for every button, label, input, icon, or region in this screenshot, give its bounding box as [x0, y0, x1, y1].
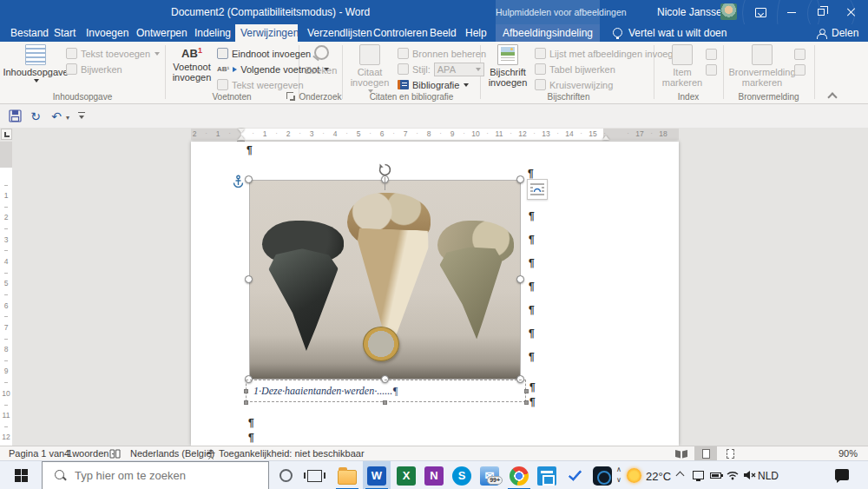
caption-handle-left[interactable] [244, 389, 248, 393]
euro-coin [363, 327, 399, 361]
selection-handle-top-left[interactable] [245, 175, 253, 183]
tab-beeld[interactable]: Beeld [424, 24, 462, 42]
temperature-label[interactable]: 22°C [646, 470, 671, 483]
tab-indeling[interactable]: Indeling [189, 24, 236, 42]
document-page[interactable]: 1·Deze·haaientanden·werden·......¶ ¶¶¶¶¶… [191, 142, 679, 446]
selection-handle-middle-right[interactable] [516, 275, 524, 283]
volume-muted-icon[interactable] [743, 470, 756, 483]
user-avatar[interactable] [720, 3, 737, 20]
layout-options-button[interactable] [527, 179, 548, 200]
table-of-contents-button[interactable]: Inhoudsopgave [9, 44, 62, 83]
insert-endnote-button[interactable]: Eindnoot invoegen [217, 47, 311, 60]
caption-text-box[interactable]: 1·Deze·haaientanden·werden·......¶ [246, 380, 526, 402]
keyboard-language[interactable]: NLD [758, 470, 779, 482]
tell-me-box[interactable]: Vertel wat u wilt doen [623, 24, 732, 42]
accessibility-status[interactable]: Toegankelijkheid: niet beschikbaar [219, 448, 365, 459]
caption-handle-bottom-left[interactable] [244, 400, 248, 405]
pilcrow-mark: ¶ [529, 351, 535, 363]
web-layout-button[interactable] [719, 446, 741, 460]
customize-qat-button[interactable] [78, 112, 85, 120]
restore-button[interactable] [809, 0, 833, 24]
bibliography-button[interactable]: Bibliografie [398, 78, 469, 91]
insert-endnote-icon [217, 48, 228, 59]
caption-handle-right[interactable] [524, 389, 529, 393]
skype-taskbar-button[interactable]: S [448, 461, 476, 489]
cortana-button[interactable] [279, 469, 293, 482]
ruler-tick [4, 316, 8, 317]
chrome-taskbar-button[interactable] [505, 461, 533, 489]
ruler-number: 14 [565, 129, 573, 138]
taskbar-search-box[interactable] [42, 461, 269, 489]
save-button[interactable] [5, 108, 24, 124]
todo-taskbar-button[interactable] [561, 461, 589, 489]
task-view-button[interactable] [300, 461, 328, 489]
taskbar-scroll-up[interactable]: ∧ [616, 466, 621, 473]
tab-invoegen[interactable]: Invoegen [81, 24, 134, 42]
battery-icon[interactable] [710, 472, 721, 479]
minimize-button[interactable] [779, 0, 804, 24]
meet-now-icon[interactable] [693, 471, 704, 479]
tab-afbeeldingsindeling[interactable]: Afbeeldingsindeling [496, 24, 600, 42]
tab-bestand[interactable]: Bestand [5, 24, 54, 42]
pilcrow-mark: ¶ [529, 257, 535, 269]
first-line-indent-marker[interactable] [238, 129, 245, 133]
start-button[interactable] [7, 461, 35, 489]
group-separator [165, 45, 166, 99]
weather-sun-icon[interactable] [627, 468, 641, 483]
onenote-icon: N [424, 466, 444, 486]
add-text-button: Tekst toevoegen [66, 47, 160, 60]
tab-verwijzingen[interactable]: Verwijzingen [235, 24, 298, 42]
search-icon [55, 470, 66, 481]
tab-ontwerpen[interactable]: Ontwerpen [131, 24, 193, 42]
tab-start[interactable]: Start [49, 24, 81, 42]
wifi-icon[interactable] [727, 470, 739, 483]
search-input[interactable] [75, 469, 240, 482]
share-button[interactable]: Delen [826, 24, 864, 42]
ruler-number: 10 [0, 389, 12, 398]
mark-citation-button: Bronvermelding markeren [733, 44, 791, 88]
pilcrow-mark: ¶ [529, 234, 535, 246]
selection-handle-top-right[interactable] [516, 175, 524, 183]
ribbon-display-options-button[interactable] [748, 0, 773, 24]
shark-teeth-photo[interactable] [249, 180, 521, 380]
taskbar-scroll-down[interactable]: ∨ [616, 477, 621, 484]
mail-taskbar-button[interactable]: ✉99+ [476, 461, 503, 489]
pilcrow-mark: ¶ [529, 304, 535, 316]
insert-caption-button[interactable]: Bijschrift invoegen [484, 44, 531, 88]
undo-dropdown-caret[interactable]: ▾ [66, 114, 69, 122]
camera-taskbar-button[interactable] [589, 461, 616, 489]
read-mode-button[interactable] [670, 446, 693, 460]
file-explorer-button[interactable] [333, 461, 361, 489]
tab-stop-selector[interactable] [1, 129, 12, 140]
tab-verzendlijsten[interactable]: Verzendlijsten [302, 24, 378, 42]
collapse-ribbon-button[interactable] [827, 92, 837, 102]
excel-taskbar-button[interactable]: X [392, 461, 420, 489]
language-status[interactable]: Nederlands (België) [130, 448, 214, 459]
close-button[interactable] [838, 0, 863, 24]
show-hidden-icons-button[interactable] [677, 472, 683, 479]
insert-footnote-button[interactable]: AB1 Voetnoot invoegen [170, 44, 214, 83]
zoom-level[interactable]: 90% [838, 448, 858, 459]
caption-handle-bottom-right[interactable] [524, 400, 529, 405]
proofing-status-icon[interactable] [109, 449, 121, 460]
footnotes-dialog-launcher[interactable] [286, 92, 295, 101]
action-center-button[interactable] [835, 469, 849, 480]
tab-help[interactable]: Help [460, 24, 492, 42]
hanging-indent-marker[interactable] [238, 135, 245, 140]
page-number-status[interactable]: Pagina 1 van 1 [9, 448, 72, 459]
selection-handle-middle-left[interactable] [245, 275, 253, 283]
ruler-number: 10 [471, 129, 479, 138]
rotate-handle[interactable] [378, 162, 392, 177]
redo-button[interactable]: ↻ [26, 108, 45, 124]
onenote-taskbar-button[interactable]: N [420, 461, 448, 489]
word-count-status[interactable]: 4 woorden [64, 448, 108, 459]
blue-app-taskbar-button[interactable] [533, 461, 561, 489]
tab-controleren[interactable]: Controleren [368, 24, 433, 42]
taskbar: W X N S ✉99+ ∧ ∨ 22°C NLD 19:39 15/06/20… [0, 460, 868, 489]
print-layout-button[interactable] [694, 446, 717, 460]
dropdown-caret [34, 79, 39, 83]
save-icon [9, 109, 22, 122]
word-taskbar-button[interactable]: W [363, 461, 391, 489]
caption-handle-bottom-center[interactable] [383, 400, 387, 405]
undo-button[interactable]: ↶ [47, 108, 66, 124]
